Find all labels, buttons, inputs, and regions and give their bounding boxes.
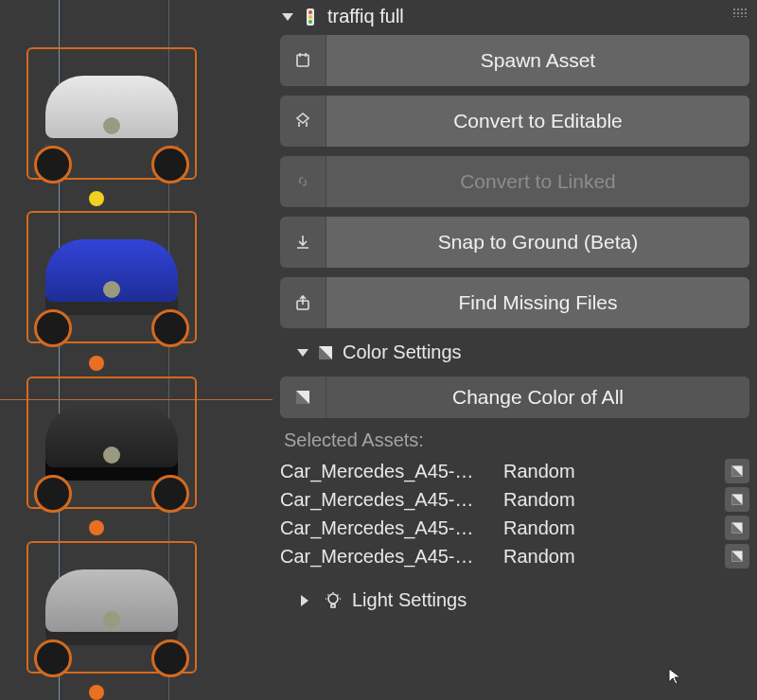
panel-header-traffiq[interactable]: traffiq full (273, 0, 757, 35)
asset-row: Car_Mercedes_A45-… Random (280, 542, 749, 570)
color-swatch-icon (316, 343, 335, 362)
convert-editable-button[interactable]: Convert to Editable (280, 96, 749, 147)
asset-car-blue[interactable] (26, 211, 197, 343)
asset-car-dark[interactable] (26, 376, 197, 509)
selected-assets-label: Selected Assets: (280, 428, 749, 457)
change-color-all-button[interactable]: Change Color of All (280, 376, 749, 418)
color-swatch-icon (280, 376, 326, 418)
svg-rect-4 (297, 55, 308, 66)
pivot-selected[interactable] (89, 191, 104, 206)
find-missing-files-button[interactable]: Find Missing Files (280, 277, 749, 328)
disclosure-triangle-icon[interactable] (297, 349, 308, 357)
asset-color-mode[interactable]: Random (503, 461, 717, 482)
selected-assets-section: Selected Assets: Car_Mercedes_A45-… Rand… (280, 428, 749, 570)
color-picker-button[interactable] (725, 544, 749, 569)
asset-name: Car_Mercedes_A45-… (280, 517, 496, 539)
button-label: Snap to Ground (Beta) (326, 217, 749, 268)
spawn-asset-button[interactable]: Spawn Asset (280, 35, 749, 86)
button-label: Change Color of All (326, 376, 749, 418)
svg-point-2 (308, 15, 312, 19)
asset-car-silver[interactable] (26, 47, 197, 180)
svg-point-3 (308, 20, 312, 24)
button-label: Spawn Asset (326, 35, 749, 86)
convert-editable-icon (280, 96, 326, 147)
asset-row: Car_Mercedes_A45-… Random (280, 485, 749, 514)
download-icon (280, 217, 326, 268)
color-picker-button[interactable] (725, 487, 749, 512)
color-picker-button[interactable] (725, 516, 749, 540)
button-label: Convert to Editable (326, 96, 749, 147)
traffic-light-icon (301, 8, 320, 26)
mouse-cursor-icon (668, 668, 681, 685)
asset-color-mode[interactable]: Random (503, 489, 717, 511)
asset-row: Car_Mercedes_A45-… Random (280, 457, 749, 485)
svg-point-1 (308, 10, 312, 14)
button-label: Convert to Linked (326, 156, 749, 207)
pivot[interactable] (89, 685, 104, 700)
section-title: Light Settings (352, 589, 467, 611)
color-settings-header[interactable]: Color Settings (280, 338, 749, 367)
asset-color-mode[interactable]: Random (503, 517, 717, 539)
export-icon (280, 277, 326, 328)
asset-name: Car_Mercedes_A45-… (280, 461, 496, 482)
side-panel: traffiq full Spawn Asset Convert to Edit… (273, 0, 757, 700)
color-picker-button[interactable] (725, 459, 749, 483)
asset-name: Car_Mercedes_A45-… (280, 489, 496, 511)
light-settings-header[interactable]: Light Settings (280, 580, 749, 621)
snap-to-ground-button[interactable]: Snap to Ground (Beta) (280, 217, 749, 268)
panel-title: traffiq full (327, 6, 404, 27)
svg-point-6 (328, 594, 338, 604)
asset-car-gray[interactable] (26, 541, 197, 674)
link-icon (280, 156, 326, 207)
pivot[interactable] (89, 520, 104, 535)
button-label: Find Missing Files (326, 277, 749, 328)
pivot[interactable] (89, 356, 104, 371)
convert-linked-button: Convert to Linked (280, 156, 749, 207)
light-bulb-icon (324, 591, 343, 610)
section-title: Color Settings (343, 341, 462, 363)
disclosure-triangle-icon[interactable] (282, 13, 293, 21)
asset-row: Car_Mercedes_A45-… Random (280, 514, 749, 542)
grip-icon[interactable] (732, 8, 748, 17)
disclosure-triangle-icon[interactable] (301, 595, 314, 606)
asset-name: Car_Mercedes_A45-… (280, 546, 496, 568)
asset-color-mode[interactable]: Random (503, 546, 717, 568)
viewport-3d[interactable] (0, 0, 273, 700)
spawn-icon (280, 35, 326, 86)
